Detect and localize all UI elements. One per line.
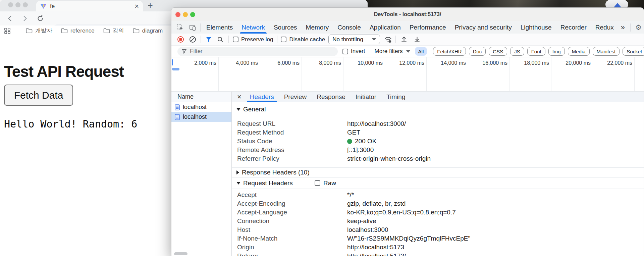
- page-title: Test API Request: [4, 62, 124, 81]
- browser-tab[interactable]: fe ×: [36, 1, 143, 11]
- request-list-pane: Name localhost: [171, 92, 232, 256]
- clear-network-log-icon[interactable]: [189, 36, 196, 43]
- preserve-log-checkbox[interactable]: Preserve log: [233, 36, 273, 43]
- chip-js[interactable]: JS: [510, 47, 524, 56]
- detail-tab-initiator[interactable]: Initiator: [351, 92, 381, 102]
- tab-recorder[interactable]: Recorder: [556, 21, 591, 34]
- chip-doc[interactable]: Doc: [469, 47, 486, 56]
- horizontal-scrollbar-thumb[interactable]: [174, 252, 187, 255]
- folder-icon: [133, 28, 140, 34]
- tab-privacy-and-security[interactable]: Privacy and security: [450, 21, 516, 34]
- folder-icon: [61, 28, 68, 34]
- folder-icon: [26, 28, 33, 34]
- tab-memory[interactable]: Memory: [302, 21, 333, 34]
- bookmark-folder-devjob[interactable]: 개발자: [26, 27, 52, 35]
- detail-tab-timing[interactable]: Timing: [381, 92, 410, 102]
- chip-css[interactable]: CSS: [489, 47, 507, 56]
- tabs-right-divider: [630, 23, 631, 32]
- devtools-window-title: DevTools - localhost:5173/: [374, 11, 441, 17]
- tab-title: fe: [50, 3, 135, 10]
- fetch-data-button[interactable]: Fetch Data: [4, 85, 73, 106]
- timeline-gridline: [302, 57, 302, 91]
- header-row: Origin http://localhost:5173: [232, 243, 644, 252]
- devtools-title-bar[interactable]: DevTools - localhost:5173/: [171, 8, 644, 21]
- timeline-tick: 6,000 ms: [266, 60, 300, 66]
- traffic-light-close-inactive[interactable]: [8, 2, 13, 7]
- request-row-selected[interactable]: localhost: [171, 112, 231, 122]
- traffic-light-zoom[interactable]: [190, 12, 195, 17]
- close-detail-icon[interactable]: ×: [237, 93, 241, 101]
- network-conditions-icon[interactable]: [384, 36, 392, 43]
- chip-fetch-xhr[interactable]: Fetch/XHR: [433, 47, 466, 56]
- timeline-gridline: [468, 57, 468, 91]
- forward-icon[interactable]: [21, 14, 29, 22]
- chip-manifest[interactable]: Manifest: [593, 47, 620, 56]
- tab-network[interactable]: Network: [237, 21, 269, 34]
- request-list-header[interactable]: Name: [171, 92, 231, 102]
- invert-checkbox[interactable]: Invert: [342, 48, 365, 55]
- disable-cache-checkbox[interactable]: Disable cache: [281, 36, 325, 43]
- checkbox-box[interactable]: [342, 49, 348, 54]
- timeline-tick: 16,000 ms: [474, 60, 507, 66]
- header-row: Request Method GET: [232, 128, 644, 137]
- network-overview-timeline[interactable]: 2,000 ms 4,000 ms 6,000 ms 8,000 ms 10,0…: [171, 57, 644, 92]
- filter-funnel-icon[interactable]: [206, 36, 212, 43]
- record-network-log-icon[interactable]: [177, 36, 184, 43]
- new-tab-button[interactable]: +: [148, 0, 153, 11]
- tab-application[interactable]: Application: [365, 21, 405, 34]
- chip-font[interactable]: Font: [527, 47, 545, 56]
- back-icon[interactable]: [6, 14, 14, 22]
- tab-redux[interactable]: Redux: [591, 21, 618, 34]
- header-row: Host localhost:3000: [232, 225, 644, 234]
- bookmark-folder-reference[interactable]: reference: [61, 28, 95, 34]
- response-headers-section-header[interactable]: Response Headers (10): [232, 167, 644, 177]
- devtools-window: DevTools - localhost:5173/ Elements Netw…: [171, 7, 644, 256]
- tabs-divider: [200, 23, 201, 32]
- traffic-light-minimize-inactive[interactable]: [15, 2, 20, 7]
- tab-elements[interactable]: Elements: [202, 21, 237, 34]
- inspect-element-icon[interactable]: [176, 24, 183, 31]
- detail-tab-headers[interactable]: Headers: [245, 92, 279, 102]
- filter-input[interactable]: [190, 48, 334, 55]
- settings-gear-icon[interactable]: ⚙: [635, 23, 642, 32]
- checkbox-box[interactable]: [233, 37, 238, 42]
- traffic-light-close[interactable]: [175, 12, 180, 17]
- tab-console[interactable]: Console: [333, 21, 365, 34]
- raw-toggle[interactable]: Raw: [315, 180, 336, 187]
- chip-img[interactable]: Img: [548, 47, 565, 56]
- toolbar-divider: [395, 36, 396, 43]
- more-filters-dropdown[interactable]: More filters: [375, 48, 410, 55]
- tab-lighthouse[interactable]: Lighthouse: [516, 21, 556, 34]
- detail-tab-preview[interactable]: Preview: [279, 92, 312, 102]
- request-row[interactable]: localhost: [171, 102, 231, 112]
- bookmark-folder-lecture[interactable]: 강의: [103, 27, 124, 35]
- chip-socket[interactable]: Socket: [623, 47, 644, 56]
- chip-all[interactable]: All: [415, 47, 427, 56]
- device-toolbar-icon[interactable]: [189, 24, 196, 31]
- checkbox-box[interactable]: [315, 180, 320, 186]
- checkbox-box[interactable]: [281, 37, 286, 42]
- more-tabs-icon[interactable]: »: [618, 23, 628, 32]
- request-name: localhost: [183, 104, 207, 111]
- header-row: Connection keep-alive: [232, 217, 644, 225]
- import-har-icon[interactable]: [400, 36, 408, 43]
- search-icon[interactable]: [217, 36, 224, 43]
- tab-sources[interactable]: Sources: [269, 21, 302, 34]
- traffic-light-minimize[interactable]: [183, 12, 188, 17]
- reload-icon[interactable]: [36, 14, 44, 22]
- tab-close-icon[interactable]: ×: [135, 3, 139, 10]
- export-har-icon[interactable]: [414, 36, 421, 43]
- toolbar-divider: [201, 36, 201, 43]
- request-headers-section-header[interactable]: Request Headers Raw: [232, 177, 644, 189]
- apps-grid-icon[interactable]: [4, 28, 11, 34]
- header-row: Accept-Language ko-KR,ko;q=0.9,en-US;q=0…: [232, 208, 644, 217]
- tab-performance[interactable]: Performance: [405, 21, 450, 34]
- traffic-light-zoom-inactive[interactable]: [23, 2, 28, 7]
- detail-tab-response[interactable]: Response: [312, 92, 351, 102]
- throttling-dropdown[interactable]: No throttling: [328, 35, 380, 44]
- general-section-header[interactable]: General: [236, 106, 266, 113]
- chip-media[interactable]: Media: [568, 47, 590, 56]
- filter-input-pill[interactable]: [177, 47, 338, 56]
- timeline-tick: 18,000 ms: [516, 60, 549, 66]
- bookmark-folder-diagram[interactable]: diagram: [133, 28, 163, 34]
